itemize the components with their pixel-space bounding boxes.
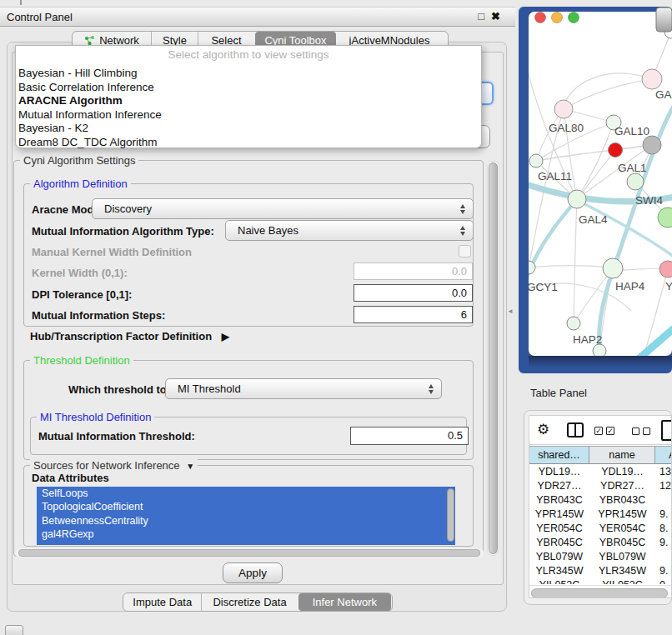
attributes-scrollbar[interactable] [447,488,454,542]
table-hscrollbar-thumb[interactable] [531,588,668,598]
tab-impute-data[interactable]: Impute Data [123,593,201,611]
aracne-mode-value: Discovery [104,202,152,215]
close-window-button[interactable] [535,12,546,23]
minimize-window-button[interactable] [552,12,563,23]
window-shadow [529,356,672,368]
table-cell: YDR27… [589,479,655,493]
network-node[interactable] [642,69,662,89]
column-header[interactable]: name [589,446,655,464]
algorithm-option[interactable]: ARACNE Algorithm [16,94,481,108]
network-view-window[interactable]: GALGAL80GAL10GAL11GAL1SWI4GAL4GCY1HAP4YH… [519,7,672,375]
minimized-window-icon[interactable] [5,625,23,635]
network-node[interactable] [593,344,606,358]
window-corner-button[interactable] [656,8,672,32]
kernel-width-field[interactable]: 0.0 [354,262,473,280]
tab-label: Infer Network [313,596,377,608]
table-row[interactable]: YBR045CYBR045C9. [529,536,672,550]
algorithm-option[interactable]: Basic Correlation Inference [16,81,481,95]
zoom-window-button[interactable] [569,12,579,23]
mi-type-combobox[interactable]: Naive Bayes [225,220,474,241]
spinner-icon [460,226,465,236]
table-row[interactable]: YDL19…YDL19…13 [529,465,672,479]
table-cell: YPR145W [529,508,589,522]
aracne-mode-combobox[interactable]: Discovery [92,198,474,219]
expand-triangle-icon[interactable]: ▶ [222,331,229,342]
table-panel-title: Table Panel [530,387,587,399]
table-row[interactable]: YPR145WYPR145W9. [529,508,672,522]
deselect-all-checkboxes-icon[interactable] [632,428,650,435]
table-row[interactable]: YDR27…YDR27…12 [529,479,672,493]
gear-icon[interactable]: ⚙ [537,421,549,438]
tab-discretize-data[interactable]: Discretize Data [201,593,297,611]
float-panel-icon[interactable]: □ [478,10,484,22]
column-header[interactable]: A [655,446,672,464]
table-row[interactable]: YBL079WYBL079W [529,550,672,564]
data-attributes-list: SelfLoopsTopologicalCoefficientBetweenne… [37,487,455,545]
table-row[interactable]: YBR043CYBR043C [529,493,672,508]
node-HAP2[interactable] [567,317,580,330]
node-GAL1[interactable] [627,173,644,190]
hub-definition-label[interactable]: Hub/Transcription Factor Definition ▶ [30,330,229,342]
node-GAL11[interactable] [529,154,543,168]
panel-divider-handle[interactable]: ◄ [507,308,514,315]
dpi-tolerance-label: DPI Tolerance [0,1]: [32,288,132,301]
attribute-item[interactable]: BetweennessCentrality [37,514,455,528]
mi-steps-field[interactable]: 6 [354,306,473,323]
kernel-width-label: Kernel Width (0,1): [32,267,128,279]
attribute-item[interactable]: TopologicalCoefficient [37,500,455,513]
attribute-item[interactable]: gal4RGexp [37,528,455,541]
node-label: GCY1 [527,281,558,293]
table-cell: YBR045C [529,536,589,550]
close-panel-icon[interactable]: ✖ [491,10,500,22]
spinner-icon [460,204,465,214]
attribute-item[interactable]: SelfLoops [37,487,455,500]
table-cell: 0 [655,578,672,584]
sources-title[interactable]: Sources for Network Inference ▼ [30,459,198,472]
apply-button[interactable]: Apply [223,562,283,583]
column-header[interactable]: shared… [529,446,589,464]
node-label: Y [665,280,672,292]
node-GAL4[interactable] [568,190,586,208]
node-label: GAL10 [614,125,649,138]
mi-type-label: Mutual Information Algorithm Type: [32,225,214,238]
node-GAL80[interactable] [554,100,573,118]
select-all-checkboxes-icon[interactable]: ✓✓ [594,427,614,435]
table-cell: YBR043C [529,493,589,508]
algorithm-option[interactable]: Dream8 DC_TDC Algorithm [16,136,481,150]
table-row[interactable]: YIL052CYIL052C0 [529,578,672,584]
control-panel-titlebar: Control Panel □ ✖ [0,7,515,27]
table-row[interactable]: YLR345WYLR345W9. [529,564,672,578]
table-cell: YER054C [589,522,655,536]
node-label: GAL [655,88,672,101]
dpi-tolerance-field[interactable]: 0.0 [354,284,473,302]
table-row[interactable]: YER054CYER054C8. [529,522,672,536]
algorithm-option[interactable]: Mutual Information Inference [16,108,481,122]
mi-steps-label: Mutual Information Steps: [32,309,165,322]
algorithm-option[interactable]: Bayesian - K2 [16,122,481,136]
table-cell: YBR043C [589,493,655,508]
control-panel-title: Control Panel [7,11,73,23]
new-table-icon[interactable] [661,420,672,441]
network-node[interactable] [659,261,672,278]
table-cell: YIL052C [529,578,589,584]
table-hscrollbar-track[interactable] [529,585,672,598]
network-node[interactable] [643,136,661,154]
settings-hscrollbar-thumb[interactable] [18,549,480,557]
table-cell: YER054C [529,522,589,536]
columns-icon[interactable] [567,422,584,438]
mi-threshold-field[interactable]: 0.5 [350,427,469,445]
algorithm-option[interactable]: Bayesian - Hill Climbing [16,67,481,81]
which-threshold-combobox[interactable]: MI Threshold [165,378,442,399]
tab-infer-network[interactable]: Infer Network [298,593,391,611]
network-canvas[interactable] [529,12,672,356]
node-label: GAL80 [549,122,584,134]
algorithm-dropdown-popup: Select algorithm to view settings Bayesi… [15,45,482,148]
network-node[interactable] [609,143,623,158]
collapse-triangle-icon[interactable]: ▼ [186,462,194,471]
table-cell: 8. [655,522,672,536]
node-label: GAL1 [618,162,647,174]
node-HAP4[interactable] [603,258,623,278]
manual-kernel-checkbox[interactable] [459,245,471,258]
settings-vscrollbar-thumb[interactable] [489,162,498,554]
threshold-definition-title: Threshold Definition [30,354,133,367]
